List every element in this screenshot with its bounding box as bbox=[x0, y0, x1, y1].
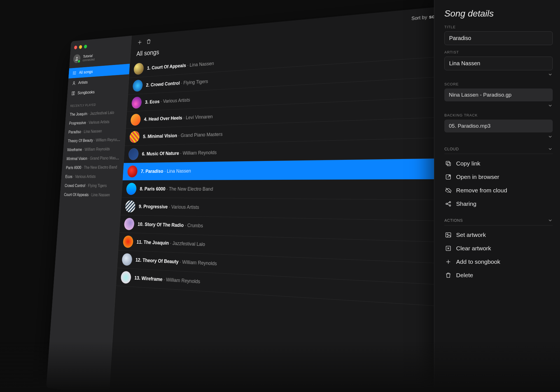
song-number: 2. bbox=[146, 82, 151, 88]
recent-item[interactable]: Court Of Appeals · Lina Nassen bbox=[60, 190, 122, 200]
album-art bbox=[129, 131, 140, 143]
plus-icon bbox=[137, 39, 143, 46]
song-artist: · Jazzfestival Lalo bbox=[169, 240, 205, 247]
song-title: Minimal Vision bbox=[147, 133, 177, 139]
song-number: 7. bbox=[141, 169, 146, 174]
chevron-down-icon[interactable] bbox=[548, 72, 553, 77]
set-artwork-action[interactable]: Set artwork bbox=[444, 228, 553, 242]
backing-file[interactable]: 05. Paradiso.mp3 bbox=[444, 120, 553, 132]
actions-section-header[interactable]: ACTIONS bbox=[444, 218, 553, 225]
clear-icon bbox=[445, 245, 452, 252]
add-to-songbook-action[interactable]: Add to songbook bbox=[444, 255, 553, 269]
artist-input[interactable]: Lina Nassen bbox=[444, 57, 553, 70]
open-browser-action[interactable]: Open in browser bbox=[444, 170, 553, 184]
app-window: Tutorial connected All songs Artists Son… bbox=[46, 4, 467, 392]
recent-title: Court Of Appeals bbox=[64, 192, 89, 197]
nav-label: All songs bbox=[79, 69, 93, 75]
recent-title: Ecos bbox=[65, 174, 73, 179]
recent-artist: · Jazzfestival Lalo bbox=[87, 110, 114, 116]
recent-item[interactable]: Ecos · Various Artists bbox=[61, 172, 123, 181]
chevron-down-icon[interactable] bbox=[548, 134, 553, 139]
minimize-window-button[interactable] bbox=[79, 45, 82, 49]
artist-label: ARTIST bbox=[444, 50, 553, 54]
song-text: 7. Paradiso · Lina Nassen bbox=[141, 165, 440, 174]
recent-item[interactable]: Minimal Vision · Grand Piano Masters bbox=[62, 153, 124, 163]
cloud-off-icon bbox=[445, 187, 452, 194]
recent-artist: · Flying Tigers bbox=[85, 183, 107, 188]
delete-button[interactable] bbox=[146, 38, 151, 46]
recent-item[interactable]: Paris 6000 · The New Electro Band bbox=[62, 162, 123, 172]
song-artist: · Grand Piano Masters bbox=[177, 131, 223, 138]
recent-item[interactable]: Wireframe · William Reynolds bbox=[63, 144, 125, 155]
plus-icon bbox=[445, 258, 452, 265]
recent-artist: · Grand Piano Masters bbox=[87, 156, 122, 161]
song-artist: · The New Electro Band bbox=[165, 186, 213, 192]
sort-prefix: Sort by bbox=[411, 14, 427, 22]
svg-point-0 bbox=[76, 57, 78, 59]
maximize-window-button[interactable] bbox=[84, 45, 87, 48]
action-label: Copy link bbox=[456, 160, 480, 167]
sharing-action[interactable]: Sharing bbox=[444, 197, 553, 211]
song-artist: · William Reynolds bbox=[162, 276, 200, 284]
album-art bbox=[128, 148, 139, 160]
song-title: Music Of Nature bbox=[146, 150, 179, 157]
main-panel: Sort by song title All songs 1. Court Of… bbox=[109, 4, 467, 392]
album-art bbox=[127, 165, 138, 178]
recent-artist: · Lina Nassen bbox=[88, 193, 110, 197]
song-artist: · Lina Nassen bbox=[186, 60, 214, 68]
svg-point-6 bbox=[73, 74, 73, 75]
score-file[interactable]: Nina Lassen - Paradiso.gp bbox=[444, 88, 553, 101]
copy-icon bbox=[445, 160, 452, 167]
delete-action[interactable]: Delete bbox=[444, 269, 553, 282]
cloud-section-header[interactable]: CLOUD bbox=[444, 146, 553, 154]
recent-list: The Joaquin · Jazzfestival LaloProgressi… bbox=[60, 108, 127, 200]
song-row[interactable]: 8. Paris 6000 · The New Electro Band bbox=[122, 179, 465, 200]
nav-label: Songbooks bbox=[77, 90, 95, 95]
action-label: Sharing bbox=[456, 200, 476, 207]
album-art bbox=[122, 253, 132, 266]
svg-rect-40 bbox=[447, 162, 451, 166]
chevron-down-icon bbox=[548, 146, 553, 151]
actions-label: ACTIONS bbox=[444, 218, 463, 223]
svg-line-47 bbox=[447, 202, 449, 204]
remove-cloud-action[interactable]: Remove from cloud bbox=[444, 184, 553, 197]
album-art bbox=[123, 235, 133, 248]
chevron-down-icon[interactable] bbox=[548, 103, 553, 108]
action-label: Clear artwork bbox=[456, 245, 491, 252]
recent-title: Progressive bbox=[69, 120, 86, 125]
song-text: 10. Story Of The Radio · Crumbs bbox=[137, 221, 434, 235]
song-title: Crowd Control bbox=[150, 80, 180, 88]
image-icon bbox=[445, 232, 452, 238]
recent-artist: · Various Artists bbox=[72, 174, 96, 179]
title-label: TITLE bbox=[444, 25, 553, 29]
list-icon bbox=[73, 71, 77, 76]
song-title: The Joaquin bbox=[143, 239, 169, 246]
song-number: 6. bbox=[142, 151, 147, 157]
song-number: 8. bbox=[140, 186, 145, 192]
copy-link-action[interactable]: Copy link bbox=[444, 157, 553, 170]
add-button[interactable] bbox=[137, 39, 143, 47]
close-window-button[interactable] bbox=[74, 46, 77, 50]
song-title: Paris 6000 bbox=[144, 186, 165, 192]
external-link-icon bbox=[445, 174, 452, 180]
title-input[interactable]: Paradiso bbox=[444, 31, 553, 45]
svg-point-50 bbox=[447, 234, 448, 235]
album-art bbox=[125, 200, 136, 213]
book-icon bbox=[71, 91, 75, 96]
song-title: Theory Of Beauty bbox=[143, 257, 179, 265]
song-number: 12. bbox=[136, 257, 143, 263]
song-text: 6. Music Of Nature · William Reynolds bbox=[142, 144, 453, 157]
cloud-label: CLOUD bbox=[444, 147, 459, 151]
song-title: Paradiso bbox=[145, 168, 164, 174]
recent-title: Wireframe bbox=[67, 147, 82, 152]
song-number: 1. bbox=[147, 65, 152, 71]
details-panel: Song details TITLE Paradiso ARTIST Lina … bbox=[434, 0, 560, 392]
avatar bbox=[73, 54, 81, 63]
score-label: SCORE bbox=[444, 82, 553, 86]
clear-artwork-action[interactable]: Clear artwork bbox=[444, 242, 553, 255]
song-artist: · William Reynolds bbox=[178, 259, 217, 266]
recent-artist: · William Reynolds bbox=[82, 147, 110, 152]
recent-item[interactable]: Crowd Control · Flying Tigers bbox=[60, 181, 122, 190]
song-title: Wireframe bbox=[141, 275, 163, 282]
song-number: 5. bbox=[143, 134, 148, 139]
